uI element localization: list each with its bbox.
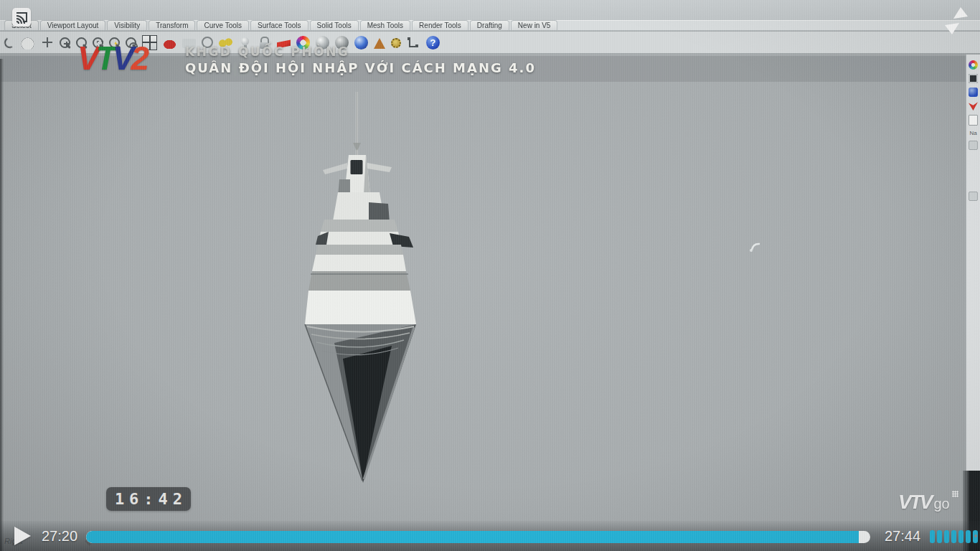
total-time: 27:44 (885, 528, 920, 545)
menu-tab-bar: SelectViewport LayoutVisibilityTransform… (0, 20, 980, 31)
progress-fill (86, 531, 859, 543)
menu-tab-surface-tools[interactable]: Surface Tools (250, 20, 308, 30)
cad-viewport[interactable] (0, 54, 980, 551)
watermark-go: go (933, 496, 949, 512)
volume-bars[interactable] (930, 530, 978, 543)
channel-letter: T (96, 39, 113, 77)
volume-bar[interactable] (958, 530, 963, 543)
broadcast-clock: 16:42 (106, 487, 191, 511)
watermark-dots-icon (952, 491, 958, 497)
red-material-icon[interactable] (969, 101, 978, 110)
menu-tab-curve-tools[interactable]: Curve Tools (197, 20, 249, 30)
vtvgo-watermark: VTVgo (898, 491, 958, 514)
menu-tab-new-in-v5[interactable]: New in V5 (511, 20, 558, 30)
menu-tab-solid-tools[interactable]: Solid Tools (310, 20, 359, 30)
zoom-in-icon[interactable] (60, 37, 70, 48)
menu-tab-render-tools[interactable]: Render Tools (412, 20, 468, 30)
volume-bar[interactable] (951, 530, 956, 543)
cad-window-top (0, 0, 980, 20)
volume-dot-icon (974, 534, 977, 537)
move-icon[interactable] (40, 36, 54, 50)
channel-logo: VTV2 (77, 42, 146, 75)
display-icon[interactable] (969, 74, 978, 83)
menu-tab-mesh-tools[interactable]: Mesh Tools (360, 20, 410, 30)
color-wheel-icon[interactable] (969, 60, 978, 70)
watermark-vtv: VTV (898, 491, 930, 513)
volume-bar[interactable] (966, 530, 971, 543)
volume-bar[interactable] (944, 530, 949, 543)
panel-button[interactable] (969, 192, 978, 201)
blue-material-icon[interactable] (969, 88, 978, 97)
render-sphere-icon[interactable] (354, 36, 368, 50)
menu-tab-transform[interactable]: Transform (149, 20, 195, 30)
channel-letter: 2 (131, 39, 146, 77)
play-button[interactable] (14, 527, 31, 545)
gear-icon[interactable] (391, 38, 401, 48)
collapse-button[interactable] (941, 4, 973, 37)
car-icon[interactable] (163, 39, 176, 49)
channel-letter: V (113, 39, 131, 77)
program-title: QUÂN ĐỘI HỘI NHẬP VỚI CÁCH MẠNG 4.0 (185, 60, 536, 75)
cast-icon (12, 8, 31, 27)
panel-button[interactable] (969, 141, 978, 150)
channel-letter: V (77, 39, 96, 77)
polyline-icon[interactable] (407, 36, 420, 50)
toolbar (0, 32, 980, 54)
cone-icon[interactable] (374, 38, 385, 49)
cast-button[interactable] (12, 8, 31, 27)
help-icon[interactable] (426, 36, 440, 50)
video-frame: SelectViewport LayoutVisibilityTransform… (0, 0, 980, 551)
collapse-icon (941, 4, 973, 37)
current-time: 27:20 (42, 528, 77, 545)
screen-left-bezel (0, 59, 4, 551)
volume-bar[interactable] (930, 530, 935, 543)
menu-tab-viewport-layout[interactable]: Viewport Layout (40, 20, 106, 30)
document-icon[interactable] (969, 115, 978, 126)
menu-tab-drafting[interactable]: Drafting (470, 20, 509, 30)
progress-bar[interactable] (86, 531, 870, 543)
menu-tab-visibility[interactable]: Visibility (107, 20, 147, 30)
panel-label: Na (969, 130, 976, 136)
volume-bar[interactable] (937, 530, 942, 543)
program-category: KHGD QUỐC PHÒNG (185, 44, 349, 59)
pan-icon[interactable] (21, 36, 34, 50)
undo-icon[interactable] (3, 36, 16, 49)
